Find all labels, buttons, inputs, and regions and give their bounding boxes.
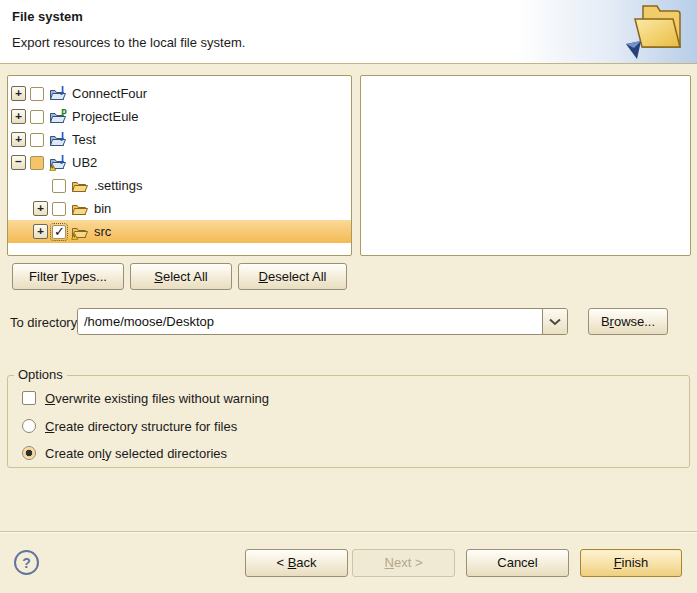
overwrite-label: Overwrite existing files without warning [45, 391, 269, 406]
tree-item-checkbox[interactable] [30, 110, 44, 124]
export-file-system-dialog: File system Export resources to the loca… [0, 0, 697, 593]
java-project-folder-icon: J [49, 155, 68, 171]
options-group-title: Options [14, 367, 67, 382]
back-button[interactable]: < Back [245, 549, 348, 577]
chevron-down-icon [549, 314, 561, 329]
expand-plus-icon[interactable]: + [11, 132, 26, 147]
create-selected-label: Create only selected directories [45, 446, 227, 461]
resource-tree: +JConnectFour+PProjectEule+JTest−JUB2.se… [7, 75, 352, 256]
tree-item-checkbox[interactable] [30, 133, 44, 147]
svg-text:P: P [61, 109, 67, 118]
expand-plus-icon[interactable]: + [33, 224, 48, 239]
to-directory-label: To directory: [10, 315, 81, 330]
tree-item-label: .settings [94, 178, 142, 193]
overwrite-checkbox[interactable] [22, 391, 36, 405]
tree-item-label: ConnectFour [72, 86, 147, 101]
next-button: Next > [352, 549, 455, 577]
svg-text:J: J [60, 155, 64, 164]
folder-icon [71, 201, 90, 217]
tree-item-checkbox[interactable] [52, 179, 66, 193]
export-folder-icon [621, 1, 691, 66]
java-project-folder-icon: J [49, 86, 68, 102]
create-structure-label: Create directory structure for files [45, 419, 237, 434]
finish-button[interactable]: Finish [580, 549, 682, 577]
help-button[interactable]: ? [14, 550, 39, 575]
tree-row[interactable]: −JUB2 [8, 151, 351, 174]
expand-plus-icon[interactable]: + [33, 201, 48, 216]
page-subtitle: Export resources to the local file syste… [12, 35, 245, 50]
expand-plus-icon[interactable]: + [11, 86, 26, 101]
tree-item-checkbox[interactable] [52, 202, 66, 216]
tree-row[interactable]: .settings [8, 174, 351, 197]
tree-item-label: bin [94, 201, 111, 216]
tree-item-label: src [94, 224, 111, 239]
svg-text:J: J [60, 86, 64, 95]
tree-item-label: ProjectEule [72, 109, 138, 124]
browse-button[interactable]: Browse... [588, 308, 668, 335]
tree-item-checkbox[interactable] [30, 156, 44, 170]
file-list-panel[interactable] [360, 75, 691, 256]
tree-item-checkbox[interactable] [52, 225, 66, 239]
to-directory-input[interactable] [78, 309, 542, 334]
tree-row[interactable]: +src [8, 220, 351, 243]
java-project-folder-icon: J [49, 132, 68, 148]
deselect-all-button[interactable]: Deselect All [238, 263, 347, 290]
question-mark-icon: ? [22, 555, 31, 571]
tree-row[interactable]: +JConnectFour [8, 82, 351, 105]
cancel-button[interactable]: Cancel [466, 549, 569, 577]
project-folder-icon: P [49, 109, 68, 125]
tree-item-label: UB2 [72, 155, 97, 170]
tree-item-checkbox[interactable] [30, 87, 44, 101]
tree-row[interactable]: +PProjectEule [8, 105, 351, 128]
page-title: File system [12, 9, 83, 24]
create-selected-radio[interactable] [22, 446, 36, 460]
folder-icon [71, 178, 90, 194]
filter-types-button[interactable]: Filter Types... [12, 263, 124, 290]
tree-item-label: Test [72, 132, 96, 147]
select-all-button[interactable]: Select All [130, 263, 232, 290]
combo-dropdown-button[interactable] [542, 309, 567, 334]
to-directory-combo [77, 308, 568, 335]
svg-text:J: J [60, 132, 64, 141]
expand-plus-icon[interactable]: + [11, 109, 26, 124]
create-structure-radio[interactable] [22, 419, 36, 433]
folder-icon [71, 224, 90, 240]
collapse-minus-icon[interactable]: − [11, 155, 26, 170]
tree-row[interactable]: +bin [8, 197, 351, 220]
wizard-banner: File system Export resources to the loca… [0, 0, 697, 64]
tree-row[interactable]: +JTest [8, 128, 351, 151]
